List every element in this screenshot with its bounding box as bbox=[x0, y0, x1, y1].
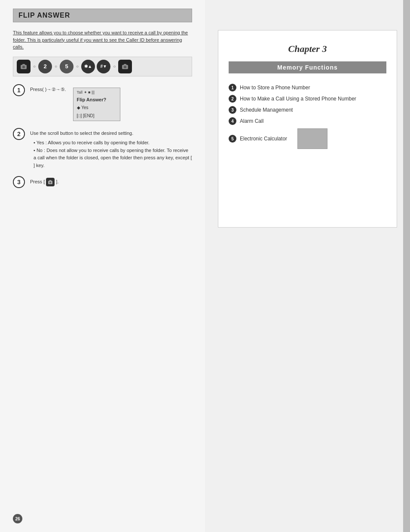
toc-text-3: Schedule Management bbox=[240, 107, 293, 113]
deco-image bbox=[297, 128, 327, 149]
screen-top-bar: Tall ✦ ■ ||| bbox=[77, 90, 116, 96]
bullet-yes: Yes : Allows you to receive calls by ope… bbox=[34, 139, 192, 147]
toc-num-3: 3 bbox=[229, 106, 236, 114]
screen-title: Flip Answer? bbox=[77, 96, 116, 103]
step-2: 2 Use the scroll button to select the de… bbox=[13, 128, 192, 170]
inline-camera-icon bbox=[46, 178, 55, 186]
toc-text-1: How to Store a Phone Number bbox=[240, 85, 310, 91]
dot-3: ○ bbox=[76, 64, 79, 69]
chapter-title: Chapter 3 bbox=[229, 43, 386, 55]
toc-list: 1 How to Store a Phone Number 2 How to M… bbox=[229, 84, 386, 149]
screen-bottom: [□] [END] bbox=[77, 112, 116, 119]
step-1-text: Press( )→②→⑤. bbox=[30, 86, 66, 93]
step-3-content: Press [ ]. bbox=[30, 176, 192, 186]
step-1: 1 Press( )→②→⑤. Tall ✦ ■ ||| Flip Answer… bbox=[13, 84, 192, 121]
page-title: FLIP ANSWER bbox=[18, 12, 70, 19]
step-3-number: 3 bbox=[13, 176, 25, 188]
bullet-no: No : Does not allow you to receive calls… bbox=[34, 147, 192, 170]
toc-text-4: Alarm Call bbox=[240, 118, 263, 124]
svg-rect-8 bbox=[49, 180, 52, 181]
button-star-up[interactable]: ✱▲ bbox=[81, 60, 95, 73]
button-5[interactable]: 5 bbox=[60, 60, 73, 73]
button-2[interactable]: 2 bbox=[38, 60, 52, 73]
page-number-badge: 26 bbox=[13, 514, 22, 523]
chapter-subtitle: Memory Functions bbox=[229, 61, 386, 73]
screen-yes: ◆ Yes bbox=[77, 104, 116, 111]
svg-rect-5 bbox=[124, 64, 126, 65]
toc-text-5: Electronic Calculator bbox=[240, 136, 287, 142]
svg-rect-2 bbox=[22, 64, 25, 65]
button-camera-2[interactable] bbox=[118, 60, 132, 73]
toc-num-5: 5 bbox=[229, 135, 236, 143]
toc-num-2: 2 bbox=[229, 95, 236, 103]
toc-text-2: How to Make a Call Using a Stored Phone … bbox=[240, 96, 356, 102]
button-camera[interactable] bbox=[17, 60, 31, 73]
svg-point-7 bbox=[49, 182, 51, 183]
button-row: ○ 2 ○ 5 ○ ✱▲ #▼ ○ bbox=[13, 57, 192, 76]
intro-text: This feature allows you to choose whethe… bbox=[13, 29, 192, 51]
toc-item-3: 3 Schedule Management bbox=[229, 106, 386, 114]
left-page: FLIP ANSWER This feature allows you to c… bbox=[0, 0, 205, 532]
step-1-content: Press( )→②→⑤. Tall ✦ ■ ||| Flip Answer? … bbox=[30, 84, 192, 121]
step-3-text: Press [ ]. bbox=[30, 179, 58, 184]
step-2-bullets: Yes : Allows you to receive calls by ope… bbox=[30, 139, 192, 169]
toc-num-4: 4 bbox=[229, 117, 236, 125]
chapter-container: Chapter 3 Memory Functions 1 How to Stor… bbox=[218, 30, 397, 228]
step-1-number: 1 bbox=[13, 84, 25, 96]
button-hash-down[interactable]: #▼ bbox=[97, 60, 110, 73]
step-2-text: Use the scroll button to select the desi… bbox=[30, 130, 192, 137]
right-page: Chapter 3 Memory Functions 1 How to Stor… bbox=[205, 0, 410, 532]
svg-point-4 bbox=[124, 66, 126, 68]
svg-point-1 bbox=[22, 66, 25, 68]
step-3: 3 Press [ ]. bbox=[13, 176, 192, 188]
step-2-content: Use the scroll button to select the desi… bbox=[30, 128, 192, 170]
toc-item-2: 2 How to Make a Call Using a Stored Phon… bbox=[229, 95, 386, 103]
toc-item-5: 5 Electronic Calculator bbox=[229, 128, 386, 149]
right-bar bbox=[403, 0, 410, 532]
page-header: FLIP ANSWER bbox=[13, 9, 192, 22]
toc-item-1: 1 How to Store a Phone Number bbox=[229, 84, 386, 91]
step-2-number: 2 bbox=[13, 128, 25, 140]
dot-4: ○ bbox=[113, 64, 116, 69]
toc-item-4: 4 Alarm Call bbox=[229, 117, 386, 125]
toc-num-1: 1 bbox=[229, 84, 236, 91]
dot-2: ○ bbox=[55, 64, 57, 69]
phone-screen: Tall ✦ ■ ||| Flip Answer? ◆ Yes [□] [END… bbox=[73, 88, 120, 121]
dot-1: ○ bbox=[33, 64, 36, 69]
